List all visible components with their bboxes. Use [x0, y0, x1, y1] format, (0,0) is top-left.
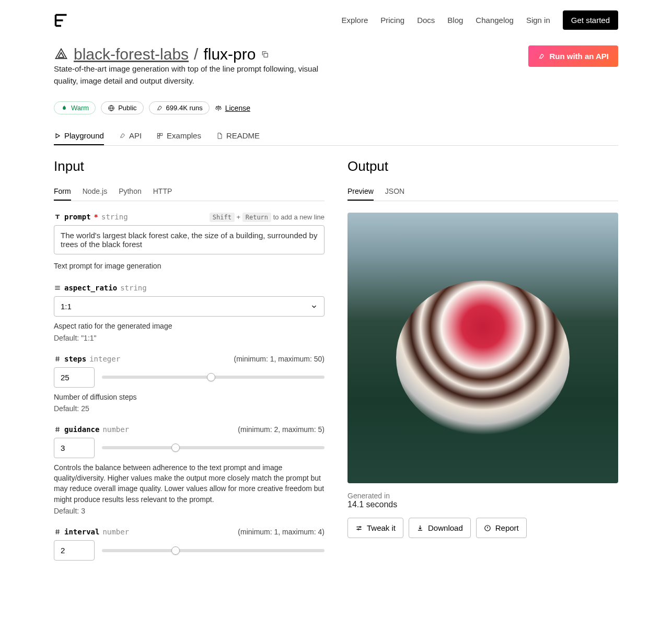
tab-examples[interactable]: Examples [156, 127, 201, 145]
text-icon [54, 213, 61, 220]
logo-icon[interactable] [54, 13, 68, 28]
interval-input[interactable] [54, 540, 95, 561]
org-link[interactable]: black-forest-labs [74, 45, 189, 63]
output-title: Output [347, 158, 618, 174]
subtab-preview[interactable]: Preview [347, 183, 374, 201]
interval-slider[interactable] [102, 549, 325, 552]
nav-pricing[interactable]: Pricing [380, 16, 404, 25]
prompt-help: Text prompt for image generation [54, 261, 325, 271]
runs-badge: 699.4K runs [149, 101, 210, 114]
report-button[interactable]: Report [476, 518, 527, 538]
chevron-down-icon [310, 303, 318, 310]
steps-slider[interactable] [102, 376, 325, 379]
hash-icon [54, 528, 61, 535]
subtab-json[interactable]: JSON [385, 183, 404, 201]
download-icon [416, 524, 424, 532]
play-icon [54, 132, 61, 139]
globe-icon [108, 104, 115, 112]
nav-changelog[interactable]: Changelog [476, 16, 514, 25]
get-started-button[interactable]: Get started [563, 10, 618, 30]
hash-icon [54, 426, 61, 433]
nav-docs[interactable]: Docs [417, 16, 435, 25]
sliders-icon [355, 524, 363, 532]
rocket-icon [538, 53, 545, 60]
alert-icon [484, 524, 491, 532]
run-api-button[interactable]: Run with an API [528, 45, 618, 67]
model-name: flux-pro [203, 45, 256, 63]
warm-badge: Warm [54, 101, 96, 114]
tab-api[interactable]: API [119, 127, 142, 145]
hash-icon [54, 355, 61, 363]
scale-icon [215, 104, 222, 112]
subtab-http[interactable]: HTTP [153, 183, 172, 201]
svg-rect-3 [160, 133, 163, 135]
svg-rect-2 [157, 133, 159, 135]
subtab-python[interactable]: Python [119, 183, 142, 201]
aspect-ratio-select[interactable]: 1:1 [54, 296, 325, 317]
model-description: State-of-the-art image generation with t… [54, 63, 326, 87]
subtab-nodejs[interactable]: Node.js [83, 183, 107, 201]
svg-rect-0 [264, 53, 268, 57]
svg-point-5 [360, 526, 361, 527]
tab-playground[interactable]: Playground [54, 127, 104, 145]
breadcrumb: black-forest-labs / flux-pro [54, 45, 326, 63]
generated-time: 14.1 seconds [347, 500, 618, 509]
public-badge: Public [101, 101, 143, 114]
svg-point-6 [358, 529, 359, 530]
rocket-icon [156, 104, 163, 112]
nav-explore[interactable]: Explore [341, 16, 368, 25]
steps-input[interactable] [54, 367, 95, 388]
input-title: Input [54, 158, 325, 174]
nav-signin[interactable]: Sign in [526, 16, 550, 25]
tab-readme[interactable]: README [216, 127, 260, 145]
subtab-form[interactable]: Form [54, 183, 71, 201]
guidance-slider[interactable] [102, 446, 325, 449]
rocket-icon [119, 132, 126, 139]
nav-blog[interactable]: Blog [447, 16, 463, 25]
output-image[interactable] [347, 213, 618, 483]
file-icon [216, 132, 223, 139]
tweak-button[interactable]: Tweak it [347, 518, 403, 538]
copy-icon[interactable] [261, 50, 269, 59]
generated-label: Generated in [347, 492, 618, 500]
download-button[interactable]: Download [409, 518, 471, 538]
license-link[interactable]: License [215, 104, 250, 112]
svg-rect-4 [157, 136, 159, 138]
org-icon [54, 47, 68, 62]
grid-icon [156, 132, 164, 139]
guidance-input[interactable] [54, 438, 95, 458]
flame-icon [61, 104, 68, 112]
prompt-input[interactable]: The world's largest black forest cake, t… [54, 225, 325, 254]
list-icon [54, 284, 61, 291]
